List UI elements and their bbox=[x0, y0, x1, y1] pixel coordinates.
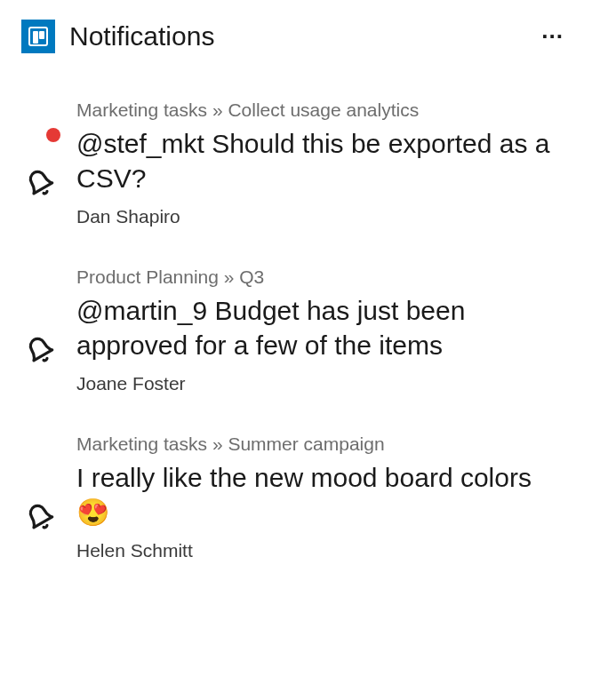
notification-item[interactable]: Marketing tasks » Summer campaign I real… bbox=[21, 434, 571, 561]
page-title: Notifications bbox=[69, 21, 214, 52]
notification-content: Marketing tasks » Summer campaign I real… bbox=[76, 434, 571, 561]
notification-icon-wrap bbox=[21, 99, 59, 227]
notification-item[interactable]: Product Planning » Q3 @martin_9 Budget h… bbox=[21, 266, 571, 394]
notification-message: @stef_mkt Should this be exported as a C… bbox=[76, 126, 571, 195]
unread-badge-icon bbox=[46, 128, 60, 142]
more-menu-icon[interactable]: ··· bbox=[534, 21, 571, 52]
header: Notifications ··· bbox=[0, 0, 592, 68]
notification-message: @martin_9 Budget has just been approved … bbox=[76, 293, 571, 362]
bell-icon bbox=[26, 336, 54, 364]
bell-icon bbox=[26, 169, 54, 197]
header-left: Notifications bbox=[21, 20, 214, 53]
notification-content: Marketing tasks » Collect usage analytic… bbox=[76, 99, 571, 227]
notification-icon-wrap bbox=[21, 266, 59, 394]
notification-message: I really like the new mood board colors … bbox=[76, 460, 571, 529]
notifications-list: Marketing tasks » Collect usage analytic… bbox=[0, 68, 592, 561]
notification-icon-wrap bbox=[21, 434, 59, 561]
bell-icon bbox=[26, 503, 54, 531]
notification-author: Joane Foster bbox=[76, 373, 571, 394]
trello-logo-icon[interactable] bbox=[21, 20, 55, 53]
breadcrumb: Marketing tasks » Summer campaign bbox=[76, 434, 571, 455]
notification-author: Dan Shapiro bbox=[76, 206, 571, 227]
notification-item[interactable]: Marketing tasks » Collect usage analytic… bbox=[21, 99, 571, 227]
breadcrumb: Marketing tasks » Collect usage analytic… bbox=[76, 99, 571, 121]
notification-author: Helen Schmitt bbox=[76, 540, 571, 561]
breadcrumb: Product Planning » Q3 bbox=[76, 266, 571, 288]
notification-content: Product Planning » Q3 @martin_9 Budget h… bbox=[76, 266, 571, 394]
